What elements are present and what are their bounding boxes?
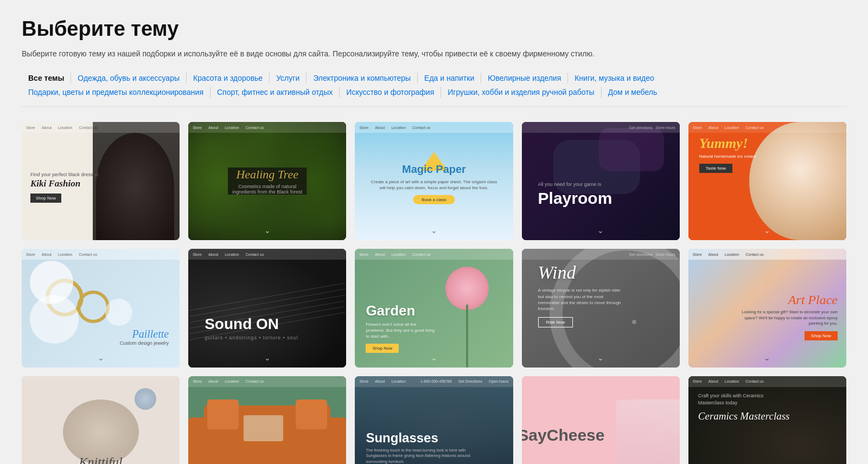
healing-sub: Cosmetics made of natural ingredients fr… <box>228 184 307 195</box>
page-container: Выберите тему Выберите готовую тему из н… <box>0 0 868 464</box>
theme-card-wind[interactable]: Get directions Store hours Wind A vintag… <box>522 249 680 367</box>
art-sub: Looking for a special gift? Want to deco… <box>729 310 838 327</box>
tab-all[interactable]: Все темы <box>22 73 71 83</box>
playroom-title: Playroom <box>538 189 612 208</box>
magic-sub: Create a piece of art with a simple pape… <box>371 178 497 190</box>
healing-text: Healing Tree Cosmetics made of natural i… <box>228 167 307 195</box>
paillette-sub: Custom design jewelry <box>120 340 169 346</box>
theme-card-yummy[interactable]: StoreAboutLocationContact us Yummy! Natu… <box>688 122 846 240</box>
theme-card-magic[interactable]: StoreAboutLocationContact us Magic Paper… <box>355 122 513 240</box>
chevron-down-icon: ⌄ <box>597 353 604 362</box>
mini-nav-cer: StoreAboutLocationContact us <box>688 376 846 387</box>
kiki-btn[interactable]: Shop Now <box>30 194 61 203</box>
cer-title: Ceramics Masterclass <box>698 410 790 422</box>
nav-row-1: Все темы Одежда, обувь и аксессуары Крас… <box>22 73 846 83</box>
theme-card-saycheese[interactable]: SayCheese ⌄ <box>522 376 680 464</box>
art-btn[interactable]: Shop Now <box>805 331 838 340</box>
themes-grid: StoreAboutLocationContact us Find your p… <box>22 122 846 464</box>
magic-btn[interactable]: Book a class <box>413 195 455 204</box>
tab-books[interactable]: Книги, музыка и видео <box>568 73 661 83</box>
chevron-down-icon: ⌄ <box>764 226 770 235</box>
cer-tagline: Craft your skills with Ceramics Mastercl… <box>698 392 785 407</box>
chevron-down-icon: ⌄ <box>431 353 437 362</box>
tab-electronics[interactable]: Электроника и компьютеры <box>307 73 418 83</box>
sound-title: Sound ON <box>205 315 298 333</box>
soho-title: Soho <box>202 461 239 464</box>
tab-art[interactable]: Искусство и фотография <box>340 87 441 98</box>
theme-card-sound[interactable]: StoreAboutLocationContact us Sound ON gu… <box>188 249 346 367</box>
garden-sub: Flowers won't solve all the problems. Bu… <box>366 321 436 340</box>
chevron-down-icon: ⌄ <box>264 226 271 235</box>
tab-beauty[interactable]: Красота и здоровье <box>187 73 270 83</box>
theme-card-sunglasses[interactable]: StoreAboutLocation 1-800-000-456789 Get … <box>355 376 513 464</box>
theme-card-kiki[interactable]: StoreAboutLocationContact us Find your p… <box>22 122 180 240</box>
mini-nav-art: StoreAboutLocationContact us <box>688 249 846 260</box>
garden-btn[interactable]: Shop Now <box>366 344 399 353</box>
theme-card-garden[interactable]: StoreAboutLocationContact us Garden Flow… <box>355 249 513 367</box>
theme-card-playroom[interactable]: Get directions Store hours All you need … <box>522 122 680 240</box>
mini-nav-yummy: StoreAboutLocationContact us <box>688 122 846 133</box>
theme-card-ceramics[interactable]: StoreAboutLocationContact us Craft your … <box>688 376 846 464</box>
kiki-tagline: Find your perfect black dress at <box>30 172 99 177</box>
knit-title: Knittiful <box>63 455 139 464</box>
theme-card-healing[interactable]: StoreAboutLocationContact us Healing Tre… <box>188 122 346 240</box>
mini-nav-garden: StoreAboutLocationContact us <box>355 249 513 260</box>
tab-food[interactable]: Еда и напитки <box>418 73 481 83</box>
theme-card-knittiful[interactable]: Knittiful Natural products for your body… <box>22 376 180 464</box>
mini-nav-playroom: Get directions Store hours <box>522 122 680 133</box>
paillette-name: Paillette <box>120 328 169 340</box>
tab-gifts[interactable]: Подарки, цветы и предметы коллекциониров… <box>22 87 210 98</box>
sun-sub: The finishing touch to the head-turning … <box>366 448 474 464</box>
page-subtitle: Выберите готовую тему из нашей подборки … <box>22 48 846 60</box>
chevron-down-icon: ⌄ <box>98 353 104 362</box>
playroom-sub: All you need for your game is <box>538 182 612 187</box>
art-title: Art Place <box>729 293 838 307</box>
tab-services[interactable]: Услуги <box>270 73 307 83</box>
mini-nav-magic: StoreAboutLocationContact us <box>355 122 513 133</box>
page-title: Выберите тему <box>22 17 846 41</box>
sound-sub: guitars • andstrings • torture • soul <box>205 335 298 340</box>
wind-title: Wind <box>538 262 625 283</box>
nav-row-2: Подарки, цветы и предметы коллекциониров… <box>22 87 846 98</box>
garden-title: Garden <box>366 302 436 319</box>
chevron-down-icon: ⌄ <box>431 226 437 235</box>
theme-card-artplace[interactable]: StoreAboutLocationContact us Art Place L… <box>688 249 846 367</box>
theme-card-soho[interactable]: StoreAboutLocationContact us Soho ⌄ <box>188 376 346 464</box>
tab-home[interactable]: Дом и мебель <box>602 87 664 98</box>
mini-nav-soho: StoreAboutLocationContact us <box>188 376 346 387</box>
kiki-name: Kiki Fashion <box>30 178 99 189</box>
wind-btn[interactable]: Ride Now <box>538 317 573 327</box>
chevron-down-icon: ⌄ <box>264 353 271 362</box>
yummy-btn[interactable]: Taste Now <box>699 164 732 173</box>
magic-title: Magic Paper <box>371 163 497 175</box>
tab-toys[interactable]: Игрушки, хобби и изделия ручной работы <box>441 87 601 98</box>
mini-nav-sound: StoreAboutLocationContact us <box>188 249 346 260</box>
yummy-sub: Natural homemade ice cream <box>699 154 756 159</box>
wind-sub: A vintage bicycle is not only for stylis… <box>538 287 625 312</box>
mini-nav-kiki: StoreAboutLocationContact us <box>22 122 180 133</box>
theme-card-paillette[interactable]: StoreAboutLocationContact us Paillette C… <box>22 249 180 367</box>
yummy-title: Yummy! <box>699 136 756 152</box>
healing-title: Healing Tree <box>228 167 307 182</box>
mini-nav-sun: StoreAboutLocation 1-800-000-456789 Get … <box>355 376 513 387</box>
tab-jewelry[interactable]: Ювелирные изделия <box>481 73 568 83</box>
chevron-down-icon: ⌄ <box>764 353 770 362</box>
mini-nav-paillette: StoreAboutLocationContact us <box>22 249 180 260</box>
chevron-down-icon: ⌄ <box>597 226 604 235</box>
tab-sport[interactable]: Спорт, фитнес и активный отдых <box>210 87 340 98</box>
tab-clothing[interactable]: Одежда, обувь и аксессуары <box>71 73 187 83</box>
mini-nav-wind: Get directions Store hours <box>522 249 680 260</box>
mini-nav-healing: StoreAboutLocationContact us <box>188 122 346 133</box>
say-title: SayCheese <box>522 426 605 444</box>
chevron-down-icon: ⌄ <box>98 226 104 235</box>
nav-tabs: Все темы Одежда, обувь и аксессуары Крас… <box>22 73 846 107</box>
sun-title: Sunglasses <box>366 430 474 446</box>
